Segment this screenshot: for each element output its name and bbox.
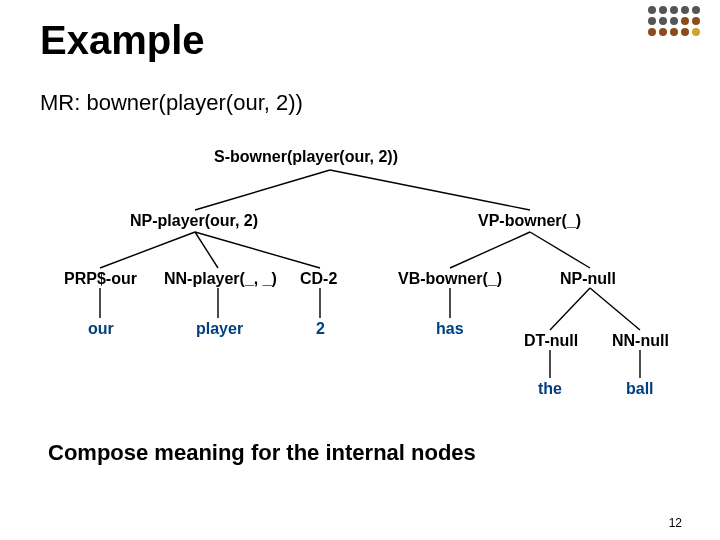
node-cd: CD-2 xyxy=(300,270,337,288)
node-np: NP-player(our, 2) xyxy=(130,212,258,230)
leaf-player: player xyxy=(196,320,243,338)
node-dt: DT-null xyxy=(524,332,578,350)
node-s: S-bowner(player(our, 2)) xyxy=(214,148,398,166)
node-nn2: NN-null xyxy=(612,332,669,350)
svg-line-12 xyxy=(590,288,640,330)
leaf-two: 2 xyxy=(316,320,325,338)
svg-line-5 xyxy=(450,232,530,268)
node-vp: VP-bowner(_) xyxy=(478,212,581,230)
page-number: 12 xyxy=(669,516,682,530)
svg-line-0 xyxy=(195,170,330,210)
svg-line-11 xyxy=(550,288,590,330)
svg-line-2 xyxy=(100,232,195,268)
node-np2: NP-null xyxy=(560,270,616,288)
caption: Compose meaning for the internal nodes xyxy=(48,440,476,466)
leaf-our: our xyxy=(88,320,114,338)
leaf-the: the xyxy=(538,380,562,398)
node-vb: VB-bowner(_) xyxy=(398,270,502,288)
leaf-ball: ball xyxy=(626,380,654,398)
node-nn: NN-player(_, _) xyxy=(164,270,277,288)
node-prp: PRP$-our xyxy=(64,270,137,288)
leaf-has: has xyxy=(436,320,464,338)
svg-line-1 xyxy=(330,170,530,210)
svg-line-6 xyxy=(530,232,590,268)
